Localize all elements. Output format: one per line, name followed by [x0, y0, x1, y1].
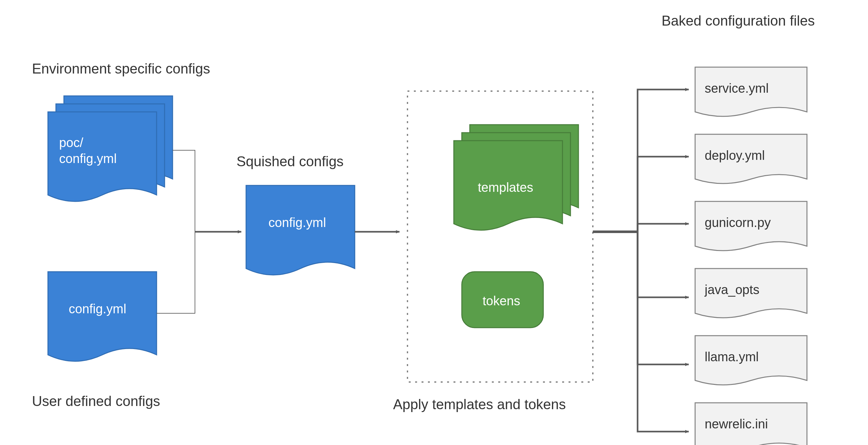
output-file-label: service.yml	[705, 81, 769, 95]
output-files: service.ymldeploy.ymlgunicorn.pyjava_opt…	[695, 67, 807, 445]
connector-env	[173, 150, 195, 232]
label-baked: Baked configuration files	[661, 13, 815, 28]
templates-label: templates	[478, 180, 533, 195]
tokens-label: tokens	[483, 294, 520, 308]
user-config-label: config.yml	[69, 302, 126, 316]
output-connectors	[638, 90, 689, 432]
output-file-label: deploy.yml	[705, 148, 765, 162]
label-env-configs: Environment specific configs	[32, 61, 210, 77]
user-config-doc: config.yml	[48, 272, 157, 361]
connector-user	[157, 232, 195, 313]
output-file-label: gunicorn.py	[705, 215, 771, 230]
label-user-configs: User defined configs	[32, 393, 160, 409]
tokens-box: tokens	[462, 272, 543, 328]
label-apply: Apply templates and tokens	[393, 396, 566, 412]
output-file-label: newrelic.ini	[705, 417, 768, 431]
squished-config-doc: config.yml	[246, 185, 355, 275]
squished-config-label: config.yml	[269, 215, 326, 230]
output-file-label: llama.yml	[705, 350, 759, 364]
templates-stack: templates	[454, 125, 579, 230]
output-file-label: java_opts	[704, 283, 760, 297]
label-squished: Squished configs	[237, 153, 344, 169]
env-config-stack: poc/ config.yml	[48, 96, 173, 201]
config-flow-diagram: Environment specific configs User define…	[0, 0, 868, 445]
